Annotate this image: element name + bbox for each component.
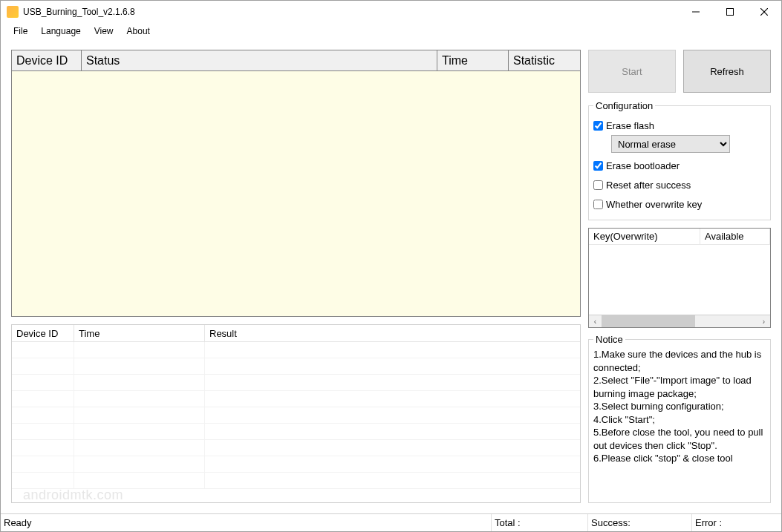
table-row [12,391,580,407]
reset-after-checkbox[interactable] [593,180,603,190]
erase-bootloader-label: Erase bootloader [606,160,680,171]
right-column: Start Refresh Configuration Erase flash … [588,50,771,503]
erase-bootloader-row[interactable]: Erase bootloader [593,156,766,175]
svg-rect-1 [727,9,734,16]
table-row [12,375,580,391]
table-row [12,358,580,375]
col-time[interactable]: Time [437,50,509,70]
status-error: Error : [692,514,781,531]
menu-view[interactable]: View [88,24,120,38]
log-col-result[interactable]: Result [205,325,580,342]
maximize-button[interactable] [713,1,747,23]
horizontal-scrollbar[interactable]: ‹ › [589,315,770,327]
log-grid-header: Device ID Time Result [12,325,580,342]
status-total: Total : [492,514,588,531]
log-col-device-id[interactable]: Device ID [12,325,74,342]
log-grid-body [12,342,580,502]
close-button[interactable] [747,1,781,23]
notice-line: 2.Select "File"-"Import image" to load b… [593,374,766,400]
action-button-row: Start Refresh [588,50,771,93]
start-button[interactable]: Start [588,50,676,93]
minimize-button[interactable] [679,1,713,23]
col-key-overwrite[interactable]: Key(Overwrite) [589,229,700,245]
device-grid-header: Device ID Status Time Statistic [12,50,580,71]
key-grid-body [589,245,770,315]
erase-mode-select[interactable]: Normal erase [611,135,730,153]
status-bar: Ready Total : Success: Error : [1,513,781,531]
overwrite-key-label: Whether overwrite key [606,199,702,210]
table-row [12,407,580,424]
scroll-track[interactable] [602,315,757,327]
erase-flash-row[interactable]: Erase flash [593,116,766,135]
menu-bar: File Language View About [1,23,781,39]
content-area: Device ID Status Time Statistic Device I… [1,39,781,513]
erase-mode-row: Normal erase [611,135,766,153]
notice-body: 1.Make sure the devices and the hub is c… [593,348,766,501]
device-grid: Device ID Status Time Statistic [11,50,581,317]
col-available[interactable]: Available [700,229,770,245]
scroll-left-arrow-icon[interactable]: ‹ [589,315,602,327]
reset-after-row[interactable]: Reset after success [593,175,766,194]
log-grid: Device ID Time Result [11,324,581,503]
status-success: Success: [588,514,692,531]
notice-legend: Notice [593,334,625,345]
menu-about[interactable]: About [120,24,157,38]
notice-line: 4.Click "Start"; [593,413,766,427]
erase-flash-checkbox[interactable] [593,121,603,131]
notice-line: 1.Make sure the devices and the hub is c… [593,348,766,374]
erase-flash-label: Erase flash [606,120,654,131]
table-row [12,424,580,440]
status-ready: Ready [1,514,492,531]
key-grid-header: Key(Overwrite) Available [589,229,770,245]
notice-line: 6.Please click "stop" & close tool [593,452,766,465]
col-device-id[interactable]: Device ID [12,50,82,70]
table-row [12,456,580,473]
erase-bootloader-checkbox[interactable] [593,161,603,171]
configuration-legend: Configuration [593,100,655,111]
window-title: USB_Burning_Tool_v2.1.6.8 [23,7,135,17]
title-bar: USB_Burning_Tool_v2.1.6.8 [1,1,781,23]
device-grid-body [12,71,580,316]
table-row [12,473,580,489]
reset-after-label: Reset after success [606,180,691,191]
menu-file[interactable]: File [7,24,34,38]
key-grid: Key(Overwrite) Available ‹ › [588,228,771,328]
overwrite-key-row[interactable]: Whether overwrite key [593,194,766,214]
refresh-button[interactable]: Refresh [683,50,771,93]
log-col-time[interactable]: Time [74,325,205,342]
scroll-thumb[interactable] [602,315,695,327]
left-column: Device ID Status Time Statistic Device I… [11,50,581,503]
col-statistic[interactable]: Statistic [509,50,580,70]
configuration-group: Configuration Erase flash Normal erase E… [588,100,771,220]
notice-group: Notice 1.Make sure the devices and the h… [588,334,771,503]
table-row [12,440,580,456]
notice-line: 3.Select burning configuration; [593,400,766,413]
table-row [12,342,580,358]
col-status[interactable]: Status [82,50,437,70]
window-controls [679,1,781,23]
menu-language[interactable]: Language [34,24,87,38]
notice-line: 5.Before close the tool, you need to pul… [593,426,766,452]
scroll-right-arrow-icon[interactable]: › [757,315,770,327]
overwrite-key-checkbox[interactable] [593,200,603,209]
app-icon [7,6,19,18]
